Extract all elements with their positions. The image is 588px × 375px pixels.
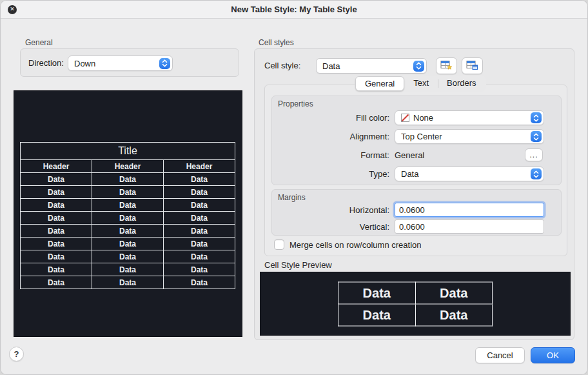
horizontal-margin-label: Horizontal: (277, 203, 389, 218)
type-label: Type: (277, 167, 389, 181)
alignment-label: Alignment: (277, 129, 389, 144)
stepper-arrows-icon (531, 131, 542, 142)
fill-color-select-value: None (413, 113, 433, 123)
tab-text[interactable]: Text (404, 76, 438, 91)
preview-data-cell: Data (92, 276, 164, 289)
preview-header-cell: Header (164, 160, 235, 173)
preview-data-cell: Data (164, 263, 235, 276)
cell-style-preview-label: Cell Style Preview (264, 260, 332, 270)
preview-data-cell: Data (92, 263, 164, 276)
preview-header-cell: Header (92, 160, 164, 173)
preview-data-cell: Data (92, 238, 164, 250)
preview-data-cell: Data (21, 186, 92, 199)
preview-data-cell: Data (164, 276, 235, 289)
cell-styles-groupbox: Cell style: Data (254, 48, 574, 340)
merge-cells-checkbox[interactable] (274, 239, 284, 250)
cell-style-select[interactable]: Data (316, 58, 427, 74)
cell-style-tab-panel: Properties Fill color: None Alignment: T… (264, 85, 567, 256)
merge-cells-checkbox-label: Merge cells on row/column creation (289, 239, 421, 250)
preview-data-cell: Data (92, 199, 164, 212)
preview-data-cell: Data (164, 212, 235, 225)
vertical-margin-label: Vertical: (277, 219, 389, 234)
preview-data-cell: Data (92, 186, 164, 199)
preview-data-cell: Data (21, 212, 92, 225)
direction-select[interactable]: Down (68, 56, 173, 71)
preview-data-cell: Data (92, 173, 164, 186)
help-button[interactable]: ? (9, 347, 24, 361)
alignment-select[interactable]: Top Center (395, 129, 544, 144)
tab-general[interactable]: General (355, 76, 404, 91)
preview-data-cell: Data (21, 238, 92, 250)
horizontal-margin-input[interactable] (395, 203, 544, 217)
alignment-select-value: Top Center (401, 132, 442, 141)
stepper-arrows-icon (413, 61, 424, 72)
preview-data-cell: Data (21, 199, 92, 212)
properties-groupbox: Properties Fill color: None Alignment: T… (271, 96, 562, 185)
cell-style-preview-cell: Data (338, 282, 416, 304)
format-label: Format: (277, 148, 389, 163)
preview-data-cell: Data (164, 199, 235, 212)
preview-data-cell: Data (21, 250, 92, 263)
type-select[interactable]: Data (395, 167, 544, 181)
manage-cell-styles-button[interactable] (462, 57, 483, 74)
type-select-value: Data (401, 169, 418, 179)
preview-data-cell: Data (164, 238, 235, 250)
tab-borders[interactable]: Borders (438, 76, 485, 91)
direction-label: Direction: (28, 49, 64, 77)
format-value: General (395, 148, 424, 163)
preview-data-cell: Data (92, 250, 164, 263)
general-group-label: General (25, 38, 53, 47)
margins-group-label: Margins (278, 193, 306, 202)
general-groupbox: Direction: Down (20, 48, 239, 77)
preview-data-cell: Data (21, 276, 92, 289)
preview-data-cell: Data (21, 173, 92, 186)
preview-data-cell: Data (92, 212, 164, 225)
titlebar: ✕ New Table Style: My Table Style (1, 1, 587, 19)
stepper-arrows-icon (531, 168, 542, 179)
preview-data-cell: Data (164, 250, 235, 263)
style-preview-table: TitleHeaderHeaderHeaderDataDataDataDataD… (20, 142, 235, 289)
margins-groupbox: Margins Horizontal: Vertical: (271, 189, 562, 236)
cancel-button[interactable]: Cancel (475, 347, 525, 363)
table-style-preview-panel: TitleHeaderHeaderHeaderDataDataDataDataD… (14, 90, 242, 337)
new-table-style-icon (440, 60, 453, 72)
ok-button[interactable]: OK (531, 347, 575, 363)
cell-styles-group-label: Cell styles (259, 38, 294, 47)
preview-data-cell: Data (92, 225, 164, 238)
none-color-swatch-icon (401, 114, 409, 122)
cell-style-preview-table: DataDataDataData (338, 281, 493, 326)
fill-color-select[interactable]: None (395, 110, 544, 125)
manage-table-style-icon (466, 60, 478, 72)
format-options-button[interactable]: ... (525, 148, 543, 161)
preview-header-cell: Header (21, 160, 92, 173)
cell-style-preview-panel: DataDataDataData (260, 272, 571, 336)
vertical-margin-input[interactable] (395, 219, 544, 234)
preview-title-cell: Title (21, 143, 235, 160)
preview-data-cell: Data (164, 225, 235, 238)
cell-style-label: Cell style: (264, 57, 300, 74)
cell-style-select-value: Data (322, 61, 340, 71)
fill-color-label: Fill color: (277, 110, 389, 125)
cell-style-preview-cell: Data (338, 304, 416, 326)
new-table-style-dialog: ✕ New Table Style: My Table Style Genera… (0, 0, 588, 375)
stepper-arrows-icon (159, 58, 170, 69)
cell-style-tabs: General Text Borders (355, 76, 486, 92)
cell-style-preview-cell: Data (415, 282, 493, 304)
preview-data-cell: Data (164, 186, 235, 199)
properties-group-label: Properties (278, 99, 313, 108)
preview-data-cell: Data (164, 173, 235, 186)
preview-data-cell: Data (21, 225, 92, 238)
direction-select-value: Down (74, 59, 95, 68)
preview-data-cell: Data (21, 263, 92, 276)
stepper-arrows-icon (531, 112, 542, 123)
create-cell-style-button[interactable] (436, 57, 457, 74)
window-title: New Table Style: My Table Style (1, 1, 587, 19)
cell-style-preview-cell: Data (415, 304, 493, 326)
